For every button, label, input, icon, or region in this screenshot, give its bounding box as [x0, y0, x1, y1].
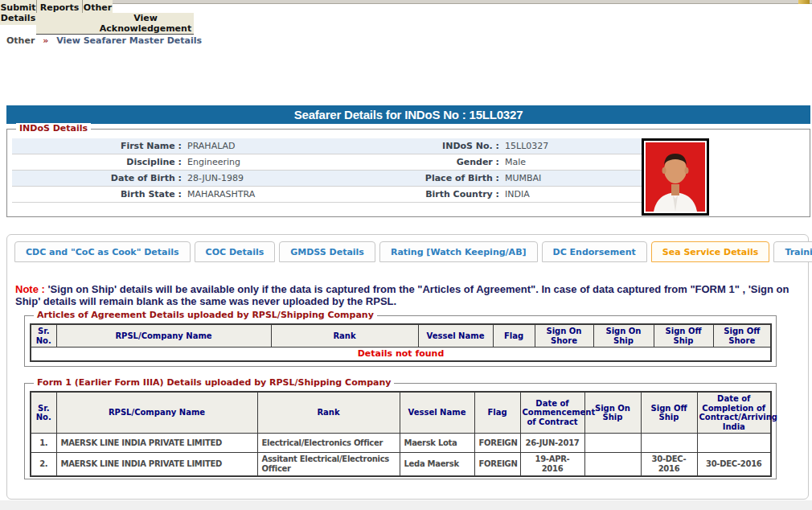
birth-state-value: MAHARASHTRA [187, 189, 348, 199]
birth-country-value: INDIA [505, 189, 644, 199]
indos-no-value: 15LL0327 [505, 141, 644, 151]
col-vessel-name: Vessel Name [418, 324, 493, 348]
gender-value: Male [505, 157, 644, 167]
indos-row-3: Date of Birth : 28-JUN-1989 Place of Bir… [12, 171, 644, 187]
page-title: Seafarer Details for INDoS No : 15LL0327 [6, 105, 810, 124]
date-of-birth-value: 28-JUN-1989 [187, 173, 348, 183]
breadcrumb-separator-icon: » [43, 35, 48, 46]
birth-country-label: Birth Country : [348, 189, 505, 199]
tab-rating-watch-keeping-ab[interactable]: Rating [Watch Keeping/AB] [379, 241, 538, 262]
date-of-completion [697, 434, 771, 453]
date-of-commencement: 26-JUN-2017 [520, 434, 584, 453]
tab-content-panel: CDC and "CoC as Cook" Details COC Detail… [6, 234, 809, 500]
vessel-name: Maersk Lota [400, 434, 474, 453]
tab-cdc-coc-as-cook-details[interactable]: CDC and "CoC as Cook" Details [14, 241, 191, 262]
form1-legend: Form 1 (Earlier Form IIIA) Details uploa… [34, 377, 394, 388]
detail-tabs: CDC and "CoC as Cook" Details COC Detail… [14, 241, 812, 262]
articles-of-agreement-fieldset: Articles of Agreement Details uploaded b… [24, 315, 777, 367]
submenu-label: View Acknowledgement [97, 13, 194, 34]
sign-off-ship: 30-DEC-2016 [641, 453, 697, 477]
col-vessel-name: Vessel Name [400, 392, 474, 434]
date-of-commencement: 19-APR-2016 [520, 453, 584, 477]
sign-on-ship-note: Note : 'Sign on Ship' details will be av… [15, 283, 794, 307]
date-of-completion: 30-DEC-2016 [697, 453, 771, 477]
rpsl-company-name: MAERSK LINE INDIA PRIVATE LIMITED [56, 434, 257, 453]
col-date-of-completion: Date of Completion of Contract/Arriving … [697, 392, 771, 434]
flag: FOREIGN [474, 453, 520, 477]
birth-state-label: Birth State : [12, 189, 187, 199]
articles-legend: Articles of Agreement Details uploaded b… [34, 310, 377, 320]
col-rank: Rank [271, 324, 418, 348]
seafarer-photo [642, 138, 709, 216]
page-bottom-strip [0, 500, 812, 510]
articles-table: Sr. No. RPSL/Company Name Rank Vessel Na… [30, 323, 772, 362]
form1-fieldset: Form 1 (Earlier Form IIIA) Details uploa… [24, 383, 777, 479]
breadcrumb: Other » View Seafarer Master Details [6, 35, 202, 46]
indos-no-label: INDoS No. : [348, 141, 505, 151]
tab-sea-service-details[interactable]: Sea Service Details [651, 241, 770, 262]
menu-item-submit-details[interactable]: Submit Details [0, 0, 37, 25]
flag: FOREIGN [474, 434, 520, 453]
articles-empty-row: Details not found [31, 348, 771, 361]
breadcrumb-page[interactable]: View Seafarer Master Details [56, 35, 202, 46]
browser-chrome-strip [71, 0, 812, 4]
col-date-of-commencement: Date of Commencement of Contract [520, 392, 584, 434]
vessel-name: Leda Maersk [400, 453, 474, 477]
sr-no: 1. [31, 434, 56, 453]
articles-header-row: Sr. No. RPSL/Company Name Rank Vessel Na… [31, 324, 771, 348]
tab-dc-endorsement[interactable]: DC Endorsement [542, 241, 647, 262]
col-sign-off-ship: Sign Off Ship [641, 392, 697, 434]
date-of-birth-label: Date of Birth : [12, 173, 187, 183]
col-sr-no: Sr. No. [31, 392, 56, 434]
form1-row-2: 2. MAERSK LINE INDIA PRIVATE LIMITED Ass… [31, 453, 771, 477]
col-sr-no: Sr. No. [31, 324, 56, 348]
details-not-found-message: Details not found [31, 348, 771, 361]
indos-details-legend: INDoS Details [16, 123, 91, 134]
place-of-birth-label: Place of Birth : [348, 173, 505, 183]
col-sign-on-shore: Sign On Shore [535, 324, 593, 348]
col-rpsl-company-name: RPSL/Company Name [56, 324, 271, 348]
browser-icon [798, 0, 810, 4]
col-sign-off-shore: Sign Off Shore [713, 324, 771, 348]
col-flag: Flag [474, 392, 520, 434]
page: Submit Details Reports Other View Acknow… [0, 0, 812, 510]
rank: Assitant Electrical/Electronics Officer [257, 453, 400, 477]
col-flag: Flag [493, 324, 535, 348]
rpsl-company-name: MAERSK LINE INDIA PRIVATE LIMITED [56, 453, 257, 477]
seafarer-photo-image [646, 142, 705, 212]
indos-details-fieldset: INDoS Details First Name : PRAHALAD INDo… [6, 129, 810, 217]
first-name-value: PRAHALAD [187, 141, 348, 151]
indos-row-2: Discipline : Engineering Gender : Male [12, 154, 644, 171]
submenu-view-acknowledgement[interactable]: View Acknowledgement [36, 13, 194, 35]
place-of-birth-value: MUMBAI [505, 173, 644, 183]
tab-training-details[interactable]: Training Details [773, 241, 812, 262]
indos-row-4: Birth State : MAHARASHTRA Birth Country … [12, 187, 644, 203]
form1-table: Sr. No. RPSL/Company Name Rank Vessel Na… [30, 391, 772, 477]
breadcrumb-section: Other [6, 35, 35, 46]
discipline-label: Discipline : [12, 157, 187, 167]
sign-off-ship [641, 434, 697, 453]
col-sign-off-ship: Sign Off Ship [654, 324, 713, 348]
indos-row-1: First Name : PRAHALAD INDoS No. : 15LL03… [12, 138, 644, 154]
sign-on-ship [584, 434, 641, 453]
note-label: Note : [15, 283, 45, 295]
indos-field-rows: First Name : PRAHALAD INDoS No. : 15LL03… [12, 138, 644, 203]
tab-coc-details[interactable]: COC Details [195, 241, 276, 262]
col-rank: Rank [257, 392, 400, 434]
note-text: 'Sign on Ship' details will be available… [15, 283, 789, 307]
gender-label: Gender : [348, 157, 505, 167]
tab-gmdss-details[interactable]: GMDSS Details [279, 241, 375, 262]
col-sign-on-ship: Sign On Ship [593, 324, 654, 348]
discipline-value: Engineering [187, 157, 348, 167]
form1-row-1: 1. MAERSK LINE INDIA PRIVATE LIMITED Ele… [31, 434, 771, 453]
form1-header-row: Sr. No. RPSL/Company Name Rank Vessel Na… [31, 392, 771, 434]
sign-on-ship [584, 453, 641, 477]
sr-no: 2. [31, 453, 56, 477]
first-name-label: First Name : [12, 141, 187, 151]
rank: Electrical/Electronics Officer [257, 434, 400, 453]
col-rpsl-company-name: RPSL/Company Name [56, 392, 257, 434]
